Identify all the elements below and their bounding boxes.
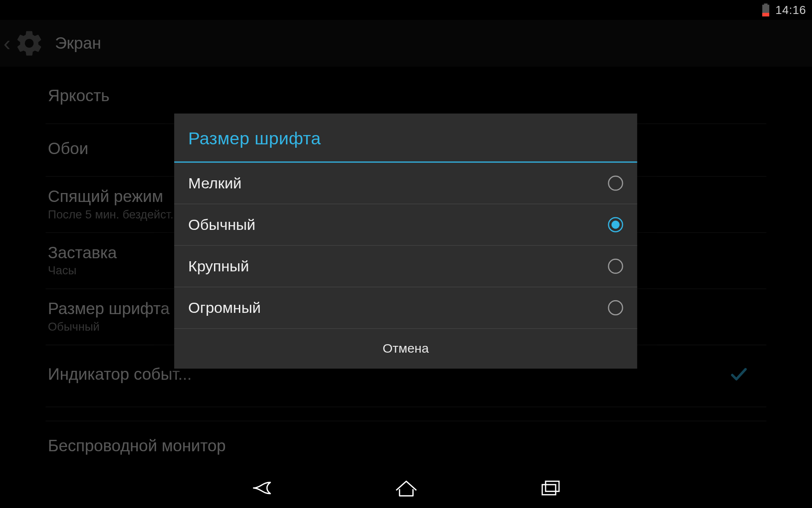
- option-normal[interactable]: Обычный: [174, 204, 637, 246]
- option-small[interactable]: Мелкий: [174, 163, 637, 204]
- radio-icon[interactable]: [608, 259, 623, 274]
- cancel-button[interactable]: Отмена: [174, 329, 637, 369]
- radio-icon[interactable]: [608, 217, 623, 232]
- svg-rect-1: [545, 481, 559, 491]
- option-label: Огромный: [188, 299, 608, 317]
- option-huge[interactable]: Огромный: [174, 287, 637, 329]
- battery-icon: [763, 3, 770, 16]
- option-large[interactable]: Крупный: [174, 246, 637, 287]
- radio-icon[interactable]: [608, 300, 623, 315]
- dialog-title: Размер шрифта: [174, 113, 637, 161]
- recents-button[interactable]: [536, 475, 563, 504]
- status-bar: 14:16: [0, 0, 812, 20]
- radio-icon[interactable]: [608, 176, 623, 191]
- status-clock: 14:16: [775, 3, 806, 17]
- home-button[interactable]: [392, 475, 420, 504]
- option-label: Мелкий: [188, 174, 608, 192]
- back-button[interactable]: [249, 475, 276, 504]
- option-label: Крупный: [188, 257, 608, 275]
- nav-bar: [0, 470, 812, 508]
- option-label: Обычный: [188, 215, 608, 234]
- font-size-dialog: Размер шрифта Мелкий Обычный Крупный Огр…: [174, 113, 637, 369]
- svg-rect-0: [542, 485, 555, 495]
